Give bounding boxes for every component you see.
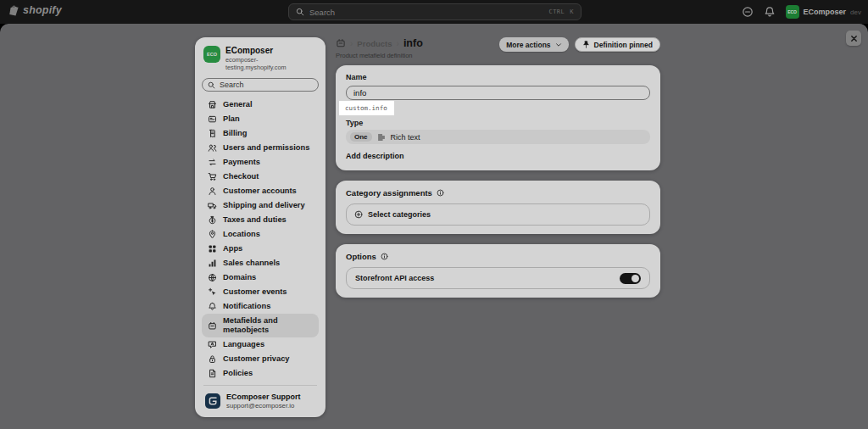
sidebar-item-policies[interactable]: Policies xyxy=(202,366,319,381)
storefront-api-row: Storefront API access xyxy=(346,267,650,289)
sidebar-item-taxes-duties[interactable]: Taxes and duties xyxy=(202,213,319,227)
info-icon[interactable] xyxy=(381,253,388,260)
category-card-title: Category assignments xyxy=(346,188,432,198)
channels-icon xyxy=(208,259,217,268)
sidebar-item-label: Languages xyxy=(223,340,264,349)
chevron-down-icon xyxy=(555,42,562,48)
sidebar-item-domains[interactable]: Domains xyxy=(202,270,319,285)
sidebar-item-label: Customer privacy xyxy=(223,354,290,364)
options-card: Options Storefront API access xyxy=(336,244,660,298)
storefront-api-toggle[interactable] xyxy=(620,273,641,284)
apps-grid-icon xyxy=(208,244,217,254)
definition-pinned-button[interactable]: Definition pinned xyxy=(575,37,660,52)
ecomposer-logo-icon xyxy=(205,393,220,409)
settings-sidebar: ECO EComposer ecomposer-testing.myshopif… xyxy=(195,37,326,417)
person-icon xyxy=(208,187,217,196)
sidebar-item-languages[interactable]: Languages xyxy=(202,337,319,352)
sidebar-item-label: Plan xyxy=(223,114,240,124)
truck-icon xyxy=(208,201,217,210)
sidebar-item-plan[interactable]: Plan xyxy=(202,112,319,126)
sidebar-item-label: Payments xyxy=(223,158,260,167)
close-settings-button[interactable] xyxy=(846,31,861,46)
settings-nav: General Plan Billing Users and permissio… xyxy=(202,98,319,381)
name-input[interactable] xyxy=(346,86,650,100)
sidebar-item-label: Billing xyxy=(223,129,247,138)
sidebar-item-label: Users and permissions xyxy=(223,143,309,153)
sidebar-item-locations[interactable]: Locations xyxy=(202,227,319,242)
topbar: shopify Search CTRL K ECO EComposer dev xyxy=(0,0,868,24)
metafields-icon xyxy=(336,38,346,48)
sidebar-item-general[interactable]: General xyxy=(202,98,319,112)
cardinality-badge: One xyxy=(350,132,372,142)
namespace-key-spotlight: custom.info xyxy=(339,101,394,115)
sidebar-item-customer-privacy[interactable]: Customer privacy xyxy=(202,352,319,366)
sidebar-item-sales-channels[interactable]: Sales channels xyxy=(202,256,319,270)
sidebar-item-billing[interactable]: Billing xyxy=(202,126,319,141)
users-icon xyxy=(208,143,217,153)
sidebar-divider xyxy=(203,385,317,386)
breadcrumb-parent-link[interactable]: Products xyxy=(357,39,392,48)
category-assignments-card: Category assignments Select categories xyxy=(336,181,660,234)
select-categories-label: Select categories xyxy=(368,210,431,219)
settings-backdrop: ECO EComposer ecomposer-testing.myshopif… xyxy=(0,24,868,429)
sidebar-item-users-permissions[interactable]: Users and permissions xyxy=(202,141,319,155)
sidebar-item-metafields-metaobjects[interactable]: Metafields and metaobjects xyxy=(202,314,319,337)
breadcrumb: › Products › info xyxy=(336,37,423,49)
sidebar-item-label: Policies xyxy=(223,369,253,378)
plan-icon xyxy=(208,114,217,124)
sidebar-item-label: Taxes and duties xyxy=(223,215,287,225)
lock-icon xyxy=(208,354,217,364)
bell-icon xyxy=(208,302,217,311)
select-categories-button[interactable]: Select categories xyxy=(346,203,650,226)
globe-icon xyxy=(208,273,217,282)
store-domain: ecomposer-testing.myshopify.com xyxy=(225,56,317,71)
cart-icon xyxy=(208,172,217,181)
info-icon[interactable] xyxy=(437,189,444,197)
store-avatar: ECO xyxy=(786,5,799,19)
store-name: EComposer xyxy=(804,8,847,16)
sidebar-store-header[interactable]: ECO EComposer ecomposer-testing.myshopif… xyxy=(202,44,319,76)
plus-circle-icon xyxy=(354,210,363,219)
add-description-link[interactable]: Add description xyxy=(346,152,404,160)
sidebar-item-customer-accounts[interactable]: Customer accounts xyxy=(202,184,319,198)
store-name: EComposer xyxy=(225,46,317,55)
settings-search-input[interactable]: Search xyxy=(202,78,319,92)
type-value: Rich text xyxy=(391,133,420,142)
more-actions-button[interactable]: More actions xyxy=(499,37,568,52)
document-icon xyxy=(208,369,217,378)
location-pin-icon xyxy=(208,230,217,239)
inbox-chat-icon[interactable] xyxy=(742,6,754,18)
global-search-placeholder: Search xyxy=(309,8,543,17)
sidebar-item-apps[interactable]: Apps xyxy=(202,242,319,256)
search-icon xyxy=(296,8,304,16)
type-value-row: One Rich text xyxy=(346,130,650,144)
type-field-label: Type xyxy=(346,119,650,127)
options-card-title: Options xyxy=(346,252,376,261)
language-bubble-icon xyxy=(208,340,217,349)
payments-icon xyxy=(208,158,217,167)
global-search-input[interactable]: Search CTRL K xyxy=(288,3,581,20)
sidebar-item-payments[interactable]: Payments xyxy=(202,155,319,170)
sidebar-item-notifications[interactable]: Notifications xyxy=(202,299,319,314)
shopify-wordmark: shopify xyxy=(23,4,62,16)
sidebar-item-checkout[interactable]: Checkout xyxy=(202,170,319,184)
sidebar-item-customer-events[interactable]: Customer events xyxy=(202,285,319,299)
sidebar-item-label: Locations xyxy=(223,230,260,239)
shortcut-ctrl: CTRL xyxy=(548,8,565,15)
notifications-bell-icon[interactable] xyxy=(764,6,776,18)
support-name: EComposer Support xyxy=(226,393,301,401)
store-avatar: ECO xyxy=(203,46,220,63)
sidebar-item-label: Domains xyxy=(223,273,256,282)
sidebar-item-label: General xyxy=(223,100,253,109)
metafields-icon xyxy=(208,321,217,331)
close-icon xyxy=(850,35,858,42)
account-menu[interactable]: ECO EComposer dev xyxy=(786,5,861,19)
taxes-icon xyxy=(208,215,217,225)
breadcrumb-separator: › xyxy=(397,39,399,48)
rich-text-icon xyxy=(377,133,386,142)
definition-card: Name custom.info Type One Rich text Add … xyxy=(336,65,660,170)
sidebar-item-label: Notifications xyxy=(223,302,270,311)
namespace-key-row: custom.info xyxy=(346,101,650,118)
sidebar-support-link[interactable]: EComposer Support support@ecomposer.io xyxy=(202,390,319,410)
sidebar-item-shipping-delivery[interactable]: Shipping and delivery xyxy=(202,198,319,213)
